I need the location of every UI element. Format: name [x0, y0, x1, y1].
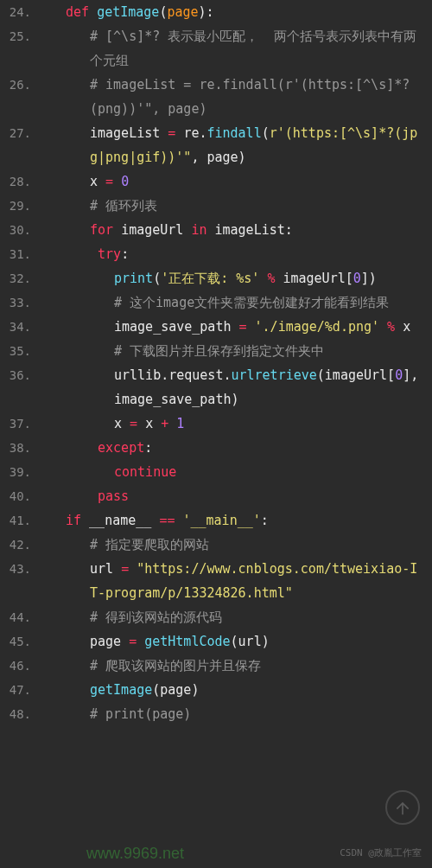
- token-identifier: url: [90, 561, 121, 577]
- line-content: # 这个image文件夹需要先创建好才能看到结果: [41, 290, 432, 315]
- line-content: except:: [41, 436, 432, 460]
- code-line[interactable]: 43.url = "https://www.cnblogs.com/ttweix…: [0, 557, 432, 605]
- code-line[interactable]: 48.# print(page): [0, 702, 432, 726]
- line-number: 46.: [0, 654, 41, 678]
- token-comment: # 这个image文件夹需要先创建好才能看到结果: [114, 295, 389, 310]
- token-colon: :: [121, 246, 129, 262]
- code-line[interactable]: 27.imageList = re.findall(r'(https:[^\s]…: [0, 121, 432, 169]
- token-identifier: imageUrl: [325, 367, 387, 383]
- token-keyword: if: [66, 513, 89, 528]
- token-paren: ): [191, 682, 199, 698]
- token-operator: =: [105, 174, 121, 189]
- token-operator: =: [239, 319, 255, 335]
- token-colon: :: [144, 440, 152, 456]
- token-func: getHtmlCode: [144, 634, 230, 649]
- line-content: # [^\s]*? 表示最小匹配， 两个括号表示列表中有两个元组: [41, 24, 432, 73]
- code-line[interactable]: 47.getImage(page): [0, 678, 432, 702]
- code-line[interactable]: 39.continue: [0, 460, 432, 484]
- code-line[interactable]: 46.# 爬取该网站的图片并且保存: [0, 654, 432, 678]
- token-comment: # imageList = re.findall(r'(https:[^\s]*…: [90, 77, 410, 117]
- code-line[interactable]: 44.# 得到该网站的源代码: [0, 605, 432, 629]
- code-line[interactable]: 42.# 指定要爬取的网站: [0, 533, 432, 557]
- code-line[interactable]: 33.# 这个image文件夹需要先创建好才能看到结果: [0, 290, 432, 315]
- line-content: pass: [41, 484, 432, 508]
- line-number: 44.: [0, 605, 41, 629]
- line-content: if __name__ == '__main__':: [41, 508, 432, 533]
- token-keyword: try: [98, 246, 121, 262]
- token-identifier: imageUrl: [283, 271, 345, 286]
- token-colon: :: [285, 222, 293, 238]
- token-operator: ==: [159, 513, 182, 528]
- token-keyword: except: [98, 440, 144, 456]
- code-line[interactable]: 45.page = getHtmlCode(url): [0, 629, 432, 654]
- line-number: 35.: [0, 339, 41, 363]
- token-operator: =: [129, 634, 144, 649]
- token-identifier: image_save_path: [114, 392, 231, 407]
- token-colon: :: [261, 513, 269, 528]
- code-line[interactable]: 36.urllib.request.urlretrieve(imageUrl[0…: [0, 363, 432, 412]
- token-keyword: in: [191, 222, 214, 238]
- line-content: try:: [41, 242, 432, 266]
- token-identifier: urllib: [114, 367, 161, 383]
- token-identifier: imageList: [90, 125, 168, 141]
- line-content: imageList = re.findall(r'(https:[^\s]*?(…: [41, 121, 432, 169]
- code-line[interactable]: 35.# 下载图片并且保存到指定文件夹中: [0, 339, 432, 363]
- token-operator: %: [259, 271, 283, 286]
- line-content: # 指定要爬取的网站: [41, 533, 432, 557]
- token-identifier: x: [114, 416, 130, 431]
- line-number: 47.: [0, 678, 41, 702]
- token-param: page: [167, 4, 198, 20]
- token-plain: [90, 440, 98, 456]
- code-line[interactable]: 41.if __name__ == '__main__':: [0, 508, 432, 533]
- token-brace: [: [346, 271, 353, 286]
- token-number: 1: [176, 416, 184, 431]
- token-comma: ,: [410, 367, 426, 383]
- line-content: # 下载图片并且保存到指定文件夹中: [41, 339, 432, 363]
- code-line[interactable]: 34.image_save_path = './image/%d.png' % …: [0, 315, 432, 339]
- code-line[interactable]: 37.x = x + 1: [0, 412, 432, 436]
- line-number: 24.: [0, 0, 41, 24]
- code-line[interactable]: 24.def getImage(page):: [0, 0, 432, 24]
- token-keyword: continue: [114, 464, 176, 480]
- token-identifier: .: [161, 367, 168, 383]
- scroll-top-button[interactable]: [385, 790, 420, 825]
- token-operator: +: [161, 416, 176, 431]
- line-content: # 循环列表: [41, 194, 432, 218]
- line-number: 38.: [0, 436, 41, 460]
- code-line[interactable]: 25.# [^\s]*? 表示最小匹配， 两个括号表示列表中有两个元组: [0, 24, 432, 73]
- token-identifier: x: [145, 416, 161, 431]
- token-paren: (: [152, 682, 160, 698]
- token-comment: # 爬取该网站的图片并且保存: [90, 658, 261, 673]
- code-line[interactable]: 32.print('正在下载: %s' % imageUrl[0]): [0, 266, 432, 290]
- code-line[interactable]: 40. pass: [0, 484, 432, 508]
- token-comment: # 指定要爬取的网站: [90, 537, 209, 552]
- token-identifier: __name__: [89, 513, 159, 528]
- line-content: image_save_path = './image/%d.png' % x: [41, 315, 432, 339]
- code-line[interactable]: 29.# 循环列表: [0, 194, 432, 218]
- line-number: 27.: [0, 121, 41, 145]
- token-identifier: url: [238, 634, 262, 649]
- token-identifier: re: [183, 125, 199, 141]
- code-line[interactable]: 30.for imageUrl in imageList:: [0, 218, 432, 242]
- token-comment: # print(page): [90, 706, 191, 722]
- line-number: 39.: [0, 460, 41, 484]
- code-line[interactable]: 26.# imageList = re.findall(r'(https:[^\…: [0, 73, 432, 121]
- token-paren: ): [262, 634, 270, 649]
- token-string: "https://www.cnblogs.com/ttweixiao-IT-pr…: [90, 561, 417, 601]
- line-number: 32.: [0, 266, 41, 290]
- token-colon: :: [206, 4, 214, 20]
- token-plain: [90, 488, 98, 504]
- code-line[interactable]: 28.x = 0: [0, 169, 432, 194]
- line-number: 37.: [0, 412, 41, 436]
- line-number: 34.: [0, 315, 41, 339]
- code-editor[interactable]: 24.def getImage(page):25.# [^\s]*? 表示最小匹…: [0, 0, 432, 726]
- line-content: continue: [41, 460, 432, 484]
- code-line[interactable]: 38. except:: [0, 436, 432, 460]
- line-number: 28.: [0, 169, 41, 194]
- token-paren: (: [153, 271, 161, 286]
- line-number: 26.: [0, 73, 41, 97]
- token-keyword: pass: [98, 488, 129, 504]
- code-line[interactable]: 31. try:: [0, 242, 432, 266]
- token-identifier: page: [90, 634, 129, 649]
- token-paren: (: [231, 634, 238, 649]
